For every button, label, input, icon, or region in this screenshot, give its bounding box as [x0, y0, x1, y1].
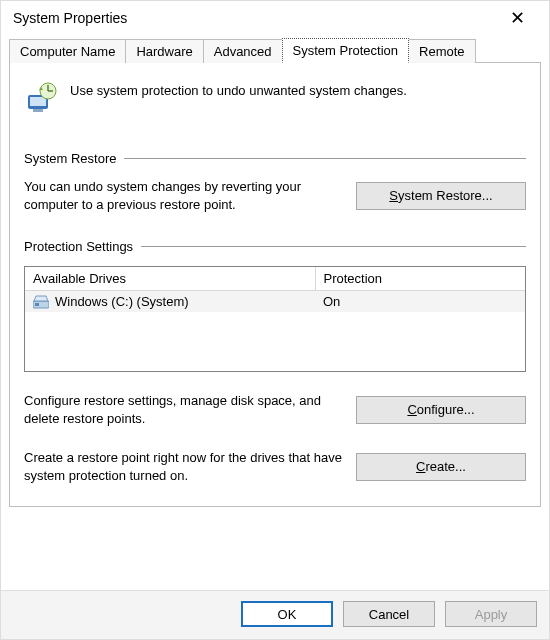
col-protection[interactable]: Protection: [315, 267, 525, 291]
configure-description: Configure restore settings, manage disk …: [24, 392, 344, 427]
tab-hardware[interactable]: Hardware: [125, 39, 203, 63]
dialog-button-bar: OK Cancel Apply: [1, 590, 549, 639]
system-restore-description: You can undo system changes by reverting…: [24, 178, 344, 213]
svg-rect-7: [35, 303, 39, 306]
svg-rect-1: [30, 97, 46, 106]
system-protection-icon: [24, 81, 60, 117]
drive-name: Windows (C:) (System): [55, 294, 189, 309]
divider: [141, 246, 526, 247]
tab-advanced[interactable]: Advanced: [203, 39, 283, 63]
intro-text: Use system protection to undo unwanted s…: [70, 81, 407, 98]
tab-panel-system-protection: Use system protection to undo unwanted s…: [9, 62, 541, 507]
divider: [124, 158, 526, 159]
col-available-drives[interactable]: Available Drives: [25, 267, 315, 291]
close-icon[interactable]: ✕: [497, 9, 537, 27]
group-system-restore: System Restore You can undo system chang…: [24, 151, 526, 213]
create-button[interactable]: Create...: [356, 453, 526, 481]
cancel-button[interactable]: Cancel: [343, 601, 435, 627]
tabs-area: Computer Name Hardware Advanced System P…: [1, 31, 549, 507]
group-header-system-restore: System Restore: [24, 151, 526, 166]
configure-button[interactable]: Configure...: [356, 396, 526, 424]
create-description: Create a restore point right now for the…: [24, 449, 344, 484]
system-restore-button[interactable]: System Restore...: [356, 182, 526, 210]
tab-system-protection[interactable]: System Protection: [282, 38, 410, 63]
titlebar: System Properties ✕: [1, 1, 549, 31]
svg-rect-2: [33, 109, 43, 112]
tabstrip: Computer Name Hardware Advanced System P…: [9, 37, 541, 62]
apply-button[interactable]: Apply: [445, 601, 537, 627]
ok-button[interactable]: OK: [241, 601, 333, 627]
drives-table: Available Drives Protection: [25, 267, 525, 312]
drives-table-container: Available Drives Protection: [24, 266, 526, 372]
system-properties-window: System Properties ✕ Computer Name Hardwa…: [0, 0, 550, 640]
drive-protection-value: On: [315, 291, 525, 313]
group-label-system-restore: System Restore: [24, 151, 116, 166]
window-title: System Properties: [13, 10, 127, 26]
intro-row: Use system protection to undo unwanted s…: [24, 81, 526, 117]
tab-computer-name[interactable]: Computer Name: [9, 39, 126, 63]
group-label-protection-settings: Protection Settings: [24, 239, 133, 254]
drive-icon: [33, 295, 49, 309]
tab-remote[interactable]: Remote: [408, 39, 476, 63]
group-protection-settings: Protection Settings Available Drives Pro…: [24, 239, 526, 484]
group-header-protection-settings: Protection Settings: [24, 239, 526, 254]
table-row[interactable]: Windows (C:) (System) On: [25, 291, 525, 313]
